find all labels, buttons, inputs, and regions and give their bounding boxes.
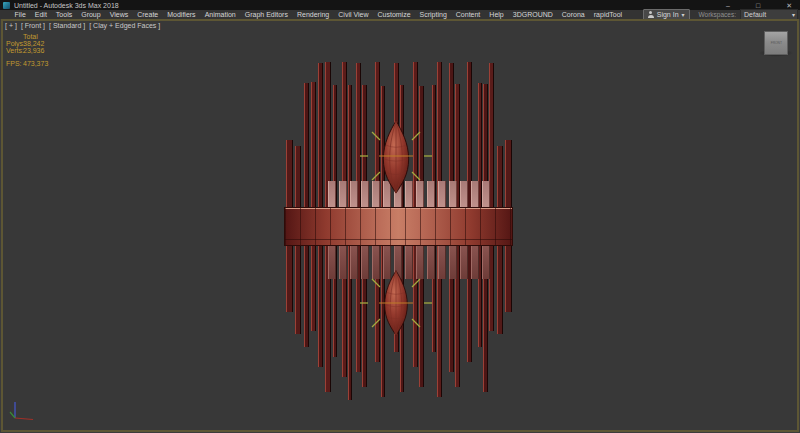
inner-slat	[339, 181, 347, 208]
chandelier-model[interactable]	[3, 21, 797, 430]
inner-slat	[482, 181, 490, 208]
window-title: Untitled - Autodesk 3ds Max 2018	[14, 1, 119, 10]
menu-item-tools[interactable]: Tools	[51, 10, 76, 19]
menu-list: FileEditToolsGroupViewsCreateModifiersAn…	[10, 10, 627, 19]
menu-item-customize[interactable]: Customize	[373, 10, 415, 19]
inner-slat	[449, 181, 457, 208]
inner-slat	[328, 181, 336, 208]
inner-slat	[339, 245, 347, 279]
viewcube-face-label: FRONT	[770, 41, 781, 44]
menu-item-file[interactable]: File	[10, 10, 30, 19]
inner-slat	[438, 181, 446, 208]
stats-fps-value: 473,373	[23, 61, 48, 68]
menu-item-animation[interactable]: Animation	[200, 10, 240, 19]
stats-row-1-value: 23,936	[23, 48, 44, 55]
3dsmax-app-icon	[3, 2, 10, 9]
inner-slat	[350, 181, 358, 208]
viewport-shading-menu[interactable]: [ Clay + Edged Faces ]	[89, 22, 160, 30]
menu-item-content[interactable]: Content	[451, 10, 485, 19]
menu-item-create[interactable]: Create	[133, 10, 163, 19]
statistics-overlay: TotalPolys:38,242Verts:23,936FPS:473,373	[6, 34, 48, 68]
inner-slat	[350, 245, 358, 279]
menu-item-3dground[interactable]: 3DGROUND	[508, 10, 557, 19]
inner-slat	[482, 245, 490, 279]
user-icon	[648, 11, 654, 18]
caret-down-icon: ▾	[682, 12, 685, 18]
menu-item-graph-editors[interactable]: Graph Editors	[240, 10, 292, 19]
menu-item-modifiers[interactable]: Modifiers	[163, 10, 200, 19]
menu-item-civil-view[interactable]: Civil View	[334, 10, 373, 19]
viewport-plus-menu[interactable]: [ + ]	[5, 22, 17, 30]
menubar: FileEditToolsGroupViewsCreateModifiersAn…	[0, 10, 800, 19]
viewport-label: [ + ][ Front ][ Standard ][ Clay + Edged…	[5, 22, 160, 30]
workspace-value: Default	[744, 11, 766, 18]
inner-slat	[471, 245, 479, 279]
drum-band	[284, 207, 513, 246]
menu-item-edit[interactable]: Edit	[30, 10, 51, 19]
inner-slat	[449, 245, 457, 279]
workspaces-label: Workspaces:	[699, 11, 736, 18]
front-viewport[interactable]: [ + ][ Front ][ Standard ][ Clay + Edged…	[3, 21, 797, 430]
app-window: Untitled - Autodesk 3ds Max 2018 – □ ✕ F…	[0, 0, 800, 433]
menu-item-group[interactable]: Group	[77, 10, 105, 19]
menu-item-rapidtool[interactable]: rapidTool	[589, 10, 626, 19]
menu-item-scripting[interactable]: Scripting	[415, 10, 451, 19]
viewport-view-menu[interactable]: [ Front ]	[21, 22, 45, 30]
inner-slat	[328, 245, 336, 279]
inner-slat	[460, 245, 468, 279]
viewport-frame: [ + ][ Front ][ Standard ][ Clay + Edged…	[1, 19, 799, 432]
viewport-layout-menu[interactable]: [ Standard ]	[49, 22, 85, 30]
menu-item-corona[interactable]: Corona	[557, 10, 589, 19]
caret-down-icon: ▾	[792, 12, 795, 18]
inner-slat	[438, 245, 446, 279]
inner-slat	[471, 181, 479, 208]
light-helper-gizmo	[358, 118, 434, 194]
menu-item-rendering[interactable]: Rendering	[292, 10, 333, 19]
viewcube[interactable]: FRONT	[764, 31, 788, 55]
world-axis-tripod	[7, 401, 35, 423]
menu-item-help[interactable]: Help	[485, 10, 508, 19]
stats-fps-label: FPS:	[6, 61, 23, 68]
light-helper-gizmo	[358, 265, 434, 341]
menu-item-views[interactable]: Views	[105, 10, 133, 19]
inner-slat	[460, 181, 468, 208]
sign-in-label: Sign In	[657, 11, 679, 18]
stats-row-1-label: Verts:	[6, 48, 23, 55]
